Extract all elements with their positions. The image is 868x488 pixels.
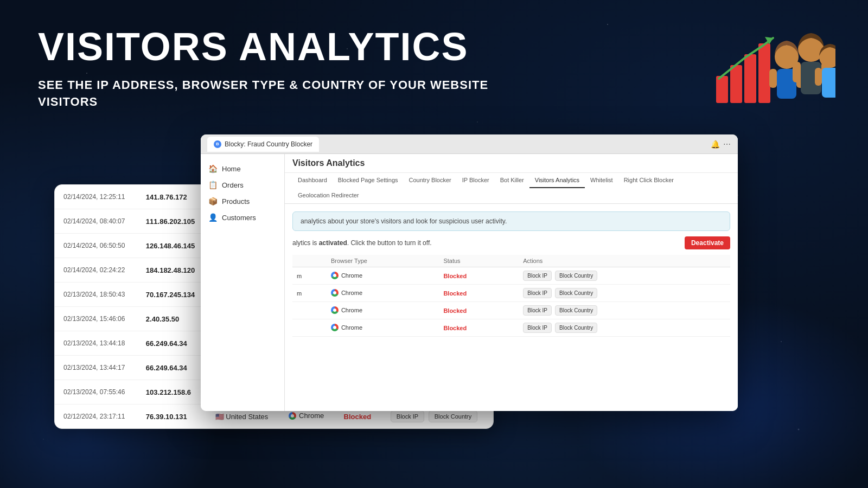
home-icon: 🏠 [208,164,218,173]
sidebar-label-customers: Customers [222,214,256,222]
browser-tab-title: Blocky: Fraud Country Blocker [225,140,312,148]
analytics-table: Browser Type Status Actions m Chrome Blo… [292,255,730,337]
tab-country-blocker[interactable]: Country Blocker [404,173,457,188]
col-header-browser: Browser Type [327,255,439,267]
chrome-icon [331,272,339,279]
cell-time: m [292,267,327,285]
cell-date: 02/12/2024, 23:17:11 [55,404,137,429]
block-ip-button[interactable]: Block IP [523,323,552,333]
block-ip-button[interactable]: Block IP [523,271,552,281]
cell-date: 02/14/2024, 12:25:11 [55,185,137,209]
info-banner-text: analytics about your store's visitors an… [301,217,507,225]
page-content: VISITORS ANALYTICS SEE THE IP ADDRESS, B… [0,0,868,111]
cell-date: 02/13/2024, 07:55:46 [55,380,137,404]
block-ip-button[interactable]: Block IP [391,410,424,422]
app-content: analytics about your store's visitors an… [285,204,738,411]
col-header-actions: Actions [519,255,730,267]
sidebar-item-customers[interactable]: 👤 Customers [201,209,284,226]
app-page-title: Visitors Analytics [285,154,738,173]
cell-date: 02/13/2024, 15:46:06 [55,307,137,331]
bell-icon[interactable]: 🔔 [711,140,719,149]
svg-rect-15 [815,68,822,86]
cell-browser: Chrome [327,267,439,285]
app-sidebar: 🏠 Home 📋 Orders 📦 Products 👤 Customers [201,154,285,411]
cell-date: 02/14/2024, 08:40:07 [55,209,137,234]
status-banner: alytics is activated. Click the button t… [292,236,730,249]
cell-time [292,302,327,319]
status-text: alytics is activated. Click the button t… [292,239,432,247]
cell-ip: 70.167.245.134 [137,282,207,307]
cell-time: m [292,285,327,302]
sidebar-label-home: Home [222,165,241,173]
chrome-icon [331,289,339,297]
tab-ip-blocker[interactable]: IP Blocker [457,173,495,188]
cell-actions: Block IP Block Country [519,267,730,285]
tab-visitors-analytics[interactable]: Visitors Analytics [529,173,585,188]
block-country-button[interactable]: Block Country [555,271,597,281]
cell-date: 02/14/2024, 06:50:50 [55,234,137,258]
cell-ip: 141.8.76.172 [137,185,207,209]
table-row: Chrome Blocked Block IP Block Country [292,319,730,337]
cell-date: 02/14/2024, 02:24:22 [55,258,137,282]
svg-rect-14 [822,68,835,98]
sidebar-label-products: Products [222,197,250,206]
tab-dashboard[interactable]: Dashboard [292,173,333,188]
cell-ip: 103.212.158.6 [137,380,207,404]
sidebar-item-products[interactable]: 📦 Products [201,193,284,209]
block-ip-button[interactable]: Block IP [523,305,552,316]
sidebar-item-home[interactable]: 🏠 Home [201,160,284,177]
cell-date: 02/13/2024, 13:44:17 [55,356,137,380]
chrome-icon [331,324,339,331]
col-header-empty [292,255,327,267]
cell-browser: Chrome [327,285,439,302]
info-banner: analytics about your store's visitors an… [292,211,730,231]
deactivate-button[interactable]: Deactivate [685,236,730,249]
nav-tabs: Dashboard Blocked Page Settings Country … [285,173,738,204]
cell-browser: Chrome [327,319,439,337]
svg-rect-11 [793,62,801,82]
svg-rect-3 [758,43,770,103]
tab-right-click-blocker[interactable]: Right Click Blocker [618,173,679,188]
cell-ip: 66.249.64.34 [137,331,207,356]
blocky-icon: B [214,140,221,148]
block-country-button[interactable]: Block Country [555,305,597,316]
cell-actions: Block IP Block Country [519,302,730,319]
tab-whitelist[interactable]: Whitelist [585,173,618,188]
col-header-status: Status [439,255,519,267]
table-row: m Chrome Blocked Block IP Block Country [292,267,730,285]
svg-rect-7 [769,69,777,88]
cell-actions: Block IP Block Country [519,319,730,337]
cell-time [292,319,327,337]
products-icon: 📦 [208,197,218,206]
browser-window: B Blocky: Fraud Country Blocker 🔔 ⋯ 🏠 Ho… [201,134,738,411]
cell-status: Blocked [439,302,519,319]
cell-ip: 76.39.10.131 [137,404,207,429]
hero-illustration [711,16,835,119]
tab-blocked-page-settings[interactable]: Blocked Page Settings [333,173,404,188]
browser-controls: 🔔 ⋯ [711,140,731,149]
svg-rect-0 [716,76,728,103]
cell-status: Blocked [439,319,519,337]
cell-date: 02/13/2024, 18:50:43 [55,282,137,307]
cell-date: 02/13/2024, 13:44:18 [55,331,137,356]
block-country-button[interactable]: Block Country [555,323,597,333]
customers-icon: 👤 [208,213,218,222]
svg-rect-1 [730,65,742,103]
browser-titlebar: B Blocky: Fraud Country Blocker 🔔 ⋯ [201,134,738,154]
menu-icon[interactable]: ⋯ [723,140,731,149]
page-subtitle: SEE THE IP ADDRESS, BROWSER TYPE & COUNT… [38,77,526,111]
cell-status: Blocked [439,267,519,285]
table-row: m Chrome Blocked Block IP Block Country [292,285,730,302]
table-row: Chrome Blocked Block IP Block Country [292,302,730,319]
tab-geolocation-redirecter[interactable]: Geolocation Redirecter [292,188,365,203]
tab-bot-killer[interactable]: Bot Killer [495,173,529,188]
block-country-button[interactable]: Block Country [429,410,477,422]
block-ip-button[interactable]: Block IP [523,288,552,298]
block-country-button[interactable]: Block Country [555,288,597,298]
sidebar-item-orders[interactable]: 📋 Orders [201,177,284,193]
browser-body: 🏠 Home 📋 Orders 📦 Products 👤 Customers [201,154,738,411]
cell-ip: 66.249.64.34 [137,356,207,380]
flag-icon: 🇺🇸 [215,413,224,421]
chrome-icon [289,412,296,420]
cell-ip: 2.40.35.50 [137,307,207,331]
